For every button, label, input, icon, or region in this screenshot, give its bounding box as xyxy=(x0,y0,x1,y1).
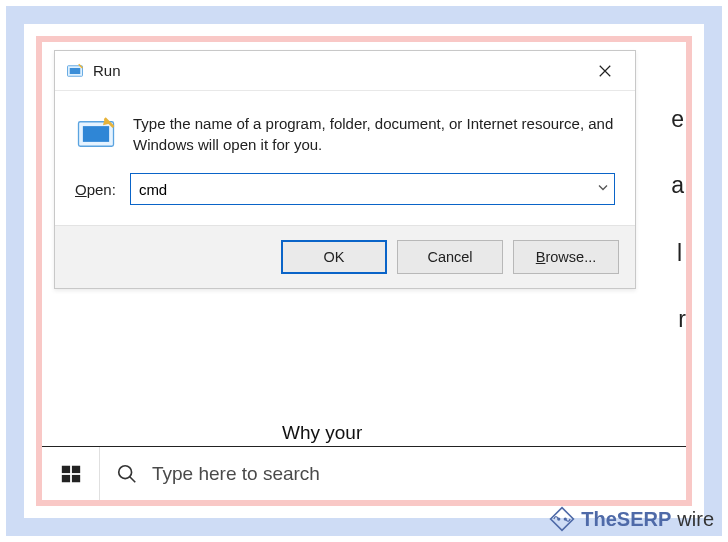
watermark-logo-icon xyxy=(549,506,575,532)
close-button[interactable] xyxy=(585,56,625,86)
svg-rect-1 xyxy=(70,68,81,74)
taskbar-search[interactable]: Type here to search xyxy=(100,447,686,500)
open-label: Open: xyxy=(75,181,116,198)
svg-line-9 xyxy=(130,476,136,482)
svg-rect-6 xyxy=(61,474,69,481)
run-program-icon xyxy=(75,113,117,155)
svg-point-8 xyxy=(119,465,132,478)
bg-letter: l xyxy=(677,240,682,267)
browse-button[interactable]: Browse... xyxy=(513,240,619,274)
bg-letter: r xyxy=(678,306,686,333)
instruction-text: Type the name of a program, folder, docu… xyxy=(133,113,615,155)
outer-frame: e a l r Run xyxy=(6,6,722,536)
svg-rect-7 xyxy=(71,474,79,481)
start-button[interactable] xyxy=(42,447,100,500)
titlebar: Run xyxy=(55,51,635,91)
search-icon xyxy=(116,463,138,485)
taskbar: Type here to search xyxy=(42,446,686,500)
watermark-text-1: TheSERP xyxy=(581,508,671,531)
run-dialog: Run Type the name of a xyxy=(54,50,636,289)
svg-rect-5 xyxy=(71,465,79,472)
svg-rect-3 xyxy=(83,126,109,142)
bg-letter: e xyxy=(671,106,684,133)
watermark-text-2: wire xyxy=(677,508,714,531)
button-row: OK Cancel Browse... xyxy=(55,225,635,288)
cancel-button[interactable]: Cancel xyxy=(397,240,503,274)
search-placeholder: Type here to search xyxy=(152,463,320,485)
dialog-body: Type the name of a program, folder, docu… xyxy=(55,91,635,169)
windows-logo-icon xyxy=(60,463,82,485)
svg-rect-4 xyxy=(61,465,69,472)
inner-frame: e a l r Run xyxy=(36,36,692,506)
run-icon xyxy=(65,61,85,81)
ok-button[interactable]: OK xyxy=(281,240,387,274)
open-input[interactable] xyxy=(130,173,615,205)
open-row: Open: xyxy=(55,169,635,225)
watermark: TheSERPwire xyxy=(549,506,714,532)
background-heading-fragment: Why your xyxy=(282,422,362,444)
dialog-title: Run xyxy=(93,62,121,79)
close-icon xyxy=(598,64,612,78)
bg-letter: a xyxy=(671,172,684,199)
open-combobox[interactable] xyxy=(130,173,615,205)
